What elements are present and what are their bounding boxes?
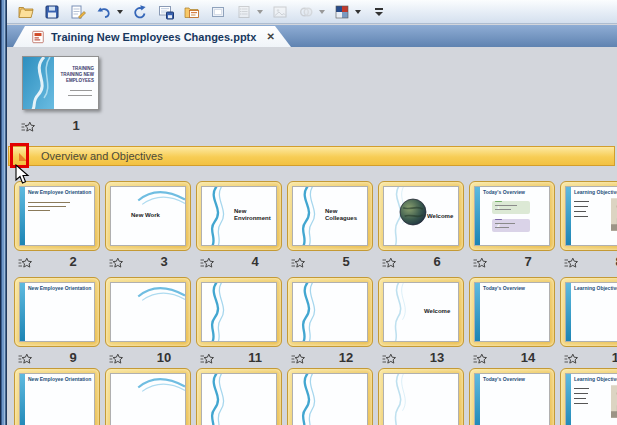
slide-mini-title: Learning Objectives bbox=[574, 190, 617, 196]
gold-slide-frame[interactable] bbox=[378, 368, 464, 425]
slide-thumbnail-cell[interactable] bbox=[378, 368, 464, 425]
slide-thumbnail-cell[interactable]: Today's Overview 1 2 7 bbox=[469, 181, 555, 273]
slide-mini-title: Learning Objectives bbox=[574, 377, 617, 383]
gold-slide-frame[interactable] bbox=[287, 368, 373, 425]
tab-close-icon[interactable]: ✕ bbox=[266, 31, 274, 42]
slide-thumbnail-cell[interactable]: New Colleagues 5 bbox=[287, 181, 373, 273]
slide-number: 7 bbox=[515, 254, 541, 269]
redo-icon[interactable] bbox=[129, 2, 151, 22]
subtitle-line bbox=[70, 90, 92, 91]
slide-thumbnail-cell[interactable]: Today's Overview 14 bbox=[469, 277, 555, 369]
wave-bar-deco bbox=[566, 374, 571, 425]
globe-image bbox=[399, 198, 427, 226]
tag-star-icon[interactable] bbox=[18, 256, 32, 274]
window-left-border bbox=[0, 0, 7, 425]
gold-slide-frame[interactable] bbox=[105, 277, 191, 347]
toolbar-options-icon[interactable] bbox=[375, 8, 383, 16]
slide-thumbnail-cell[interactable]: 10 bbox=[105, 277, 191, 369]
gold-slide-frame[interactable] bbox=[105, 368, 191, 425]
slide-number: 15 bbox=[606, 350, 617, 365]
slide-thumbnail-cell[interactable]: Today's Overview bbox=[469, 368, 555, 425]
tag-star-icon[interactable] bbox=[473, 256, 487, 274]
gold-slide-frame[interactable]: Learning Objectives bbox=[560, 368, 617, 425]
slide-thumbnail-cell[interactable]: New Environment 4 bbox=[196, 181, 282, 273]
open-folder-icon[interactable] bbox=[15, 2, 37, 22]
gold-slide-frame[interactable]: New Colleagues bbox=[287, 181, 373, 251]
slide-row: New Employee Orientation 9 10 11 12 bbox=[7, 277, 617, 373]
wave-bar-deco bbox=[475, 374, 480, 425]
gold-slide-frame[interactable]: New Work bbox=[105, 181, 191, 251]
slide-number: 11 bbox=[242, 350, 268, 365]
gold-slide-frame[interactable]: Today's Overview bbox=[469, 277, 555, 347]
picture-icon bbox=[269, 2, 291, 22]
gold-slide-frame[interactable] bbox=[196, 368, 282, 425]
bullet-text-line bbox=[28, 202, 70, 203]
slide-thumbnail-cell[interactable]: New Employee Orientation 2 bbox=[14, 181, 100, 273]
gold-slide-frame[interactable]: Welcome bbox=[378, 277, 464, 347]
tag-star-icon[interactable] bbox=[382, 256, 396, 274]
slide-thumbnail-cell[interactable]: New Employee Orientation bbox=[14, 368, 100, 425]
slide-thumbnail-cell[interactable] bbox=[196, 368, 282, 425]
tag-star-icon[interactable] bbox=[291, 256, 305, 274]
slide-thumbnail-cell[interactable]: Learning Objectives bbox=[560, 368, 617, 425]
document-tab[interactable]: Training New Employees Changes.pptx ✕ bbox=[13, 26, 291, 47]
bullet-line bbox=[574, 388, 589, 389]
slide-mini-title: TRAINING TRAINING NEW EMPLOYEES bbox=[54, 66, 94, 84]
subtitle-line bbox=[68, 95, 92, 96]
slide-row: New Employee Orientation 2 New Work 3 Ne… bbox=[7, 181, 617, 277]
tag-star-icon[interactable] bbox=[200, 256, 214, 274]
undo-icon[interactable] bbox=[93, 2, 115, 22]
gold-slide-frame[interactable]: New Employee Orientation bbox=[14, 277, 100, 347]
gold-slide-frame[interactable]: Learning Objectives bbox=[560, 277, 617, 347]
tag-star-icon[interactable] bbox=[21, 120, 35, 138]
gold-slide-frame[interactable]: New Environment bbox=[196, 181, 282, 251]
save-as-edit-icon[interactable] bbox=[67, 2, 89, 22]
slide-thumbnail-cell[interactable]: New Work 3 bbox=[105, 181, 191, 273]
gold-slide-frame[interactable]: Welcome bbox=[378, 181, 464, 251]
theme-dropdown-caret[interactable] bbox=[355, 10, 361, 14]
slide-thumbnail-cell[interactable]: 11 bbox=[196, 277, 282, 369]
tag-star-icon[interactable] bbox=[564, 256, 578, 274]
slide-thumbnail-cell[interactable]: Welcome 6 bbox=[378, 181, 464, 273]
gold-slide-frame[interactable]: Learning Objectives bbox=[560, 181, 617, 251]
box-text-line bbox=[495, 209, 511, 210]
gold-slide-frame[interactable] bbox=[287, 277, 373, 347]
slide-thumbnail-cell[interactable]: Learning Objectives 8 bbox=[560, 181, 617, 273]
document-tab-bar: Training New Employees Changes.pptx ✕ bbox=[7, 25, 617, 47]
theme-colors-icon[interactable] bbox=[331, 2, 353, 22]
step-number-tab: 1 bbox=[495, 201, 502, 202]
save-icon[interactable] bbox=[41, 2, 63, 22]
wave-deco bbox=[293, 283, 367, 341]
section-label: Overview and Objectives bbox=[41, 150, 163, 162]
wave-bar-deco bbox=[20, 283, 25, 341]
slide-thumbnail-cell[interactable]: New Employee Orientation 9 bbox=[14, 277, 100, 369]
slide-thumbnail-cell[interactable]: 12 bbox=[287, 277, 373, 369]
slide-1-thumbnail[interactable]: TRAINING TRAINING NEW EMPLOYEES bbox=[22, 56, 99, 110]
wave-bar-deco bbox=[475, 187, 480, 245]
slide-mini-title: Welcome bbox=[427, 213, 453, 220]
slide-number: 1 bbox=[63, 118, 89, 133]
publish-slides-icon[interactable] bbox=[181, 2, 203, 22]
bullet-line bbox=[574, 211, 586, 212]
title-wave-graphic bbox=[23, 57, 54, 110]
bullet-text-line bbox=[28, 210, 50, 211]
tag-star-icon[interactable] bbox=[109, 256, 123, 274]
slide-mini-title: Today's Overview bbox=[483, 286, 525, 292]
section-header-bar[interactable]: Overview and Objectives bbox=[8, 146, 615, 166]
slide-mini-title: Welcome bbox=[424, 308, 450, 315]
slide-thumbnail-cell[interactable]: Learning Objectives 15 bbox=[560, 277, 617, 369]
copy-slide-icon[interactable] bbox=[155, 2, 177, 22]
slide-thumbnail-cell[interactable]: TRAINING TRAINING NEW EMPLOYEES 1 bbox=[17, 51, 103, 141]
overview-step-box: 1 bbox=[492, 201, 530, 214]
slide-thumbnail-cell[interactable] bbox=[287, 368, 373, 425]
slide-thumbnail-cell[interactable]: Welcome 13 bbox=[378, 277, 464, 369]
slide-thumbnail-cell[interactable] bbox=[105, 368, 191, 425]
slide-window-icon[interactable] bbox=[207, 2, 229, 22]
gold-slide-frame[interactable]: Today's Overview 1 2 bbox=[469, 181, 555, 251]
gold-slide-frame[interactable] bbox=[196, 277, 282, 347]
gold-slide-frame[interactable]: Today's Overview bbox=[469, 368, 555, 425]
gold-slide-frame[interactable]: New Employee Orientation bbox=[14, 368, 100, 425]
slide-mini-title: New Employee Orientation bbox=[28, 286, 91, 292]
undo-dropdown-caret[interactable] bbox=[117, 10, 123, 14]
gold-slide-frame[interactable]: New Employee Orientation bbox=[14, 181, 100, 251]
